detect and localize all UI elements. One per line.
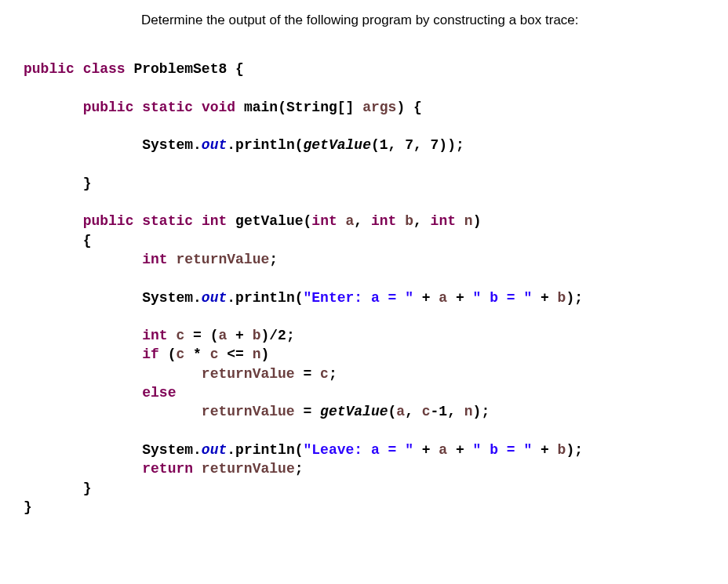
out: out <box>202 442 227 458</box>
param-n: n <box>464 213 473 229</box>
system: System <box>142 442 193 458</box>
out: out <box>202 137 227 153</box>
getvalue-call: getValue <box>304 137 371 153</box>
paren: ( <box>159 346 177 362</box>
kw-return: return <box>142 461 193 477</box>
kw-public: public <box>83 213 134 229</box>
plus: + <box>413 290 439 306</box>
var-b: b <box>558 442 566 458</box>
brace: { <box>235 61 244 77</box>
println: println <box>235 290 295 306</box>
getvalue-call: getValue <box>320 404 388 419</box>
instruction-text: Determine the output of the following pr… <box>0 0 728 28</box>
paren-semi: ); <box>566 442 583 458</box>
var-n: n <box>253 346 261 362</box>
var-returnvalue: returnValue <box>176 252 269 267</box>
semi: ; <box>295 461 304 477</box>
param-args: args <box>362 100 396 115</box>
dot: . <box>193 442 202 458</box>
var-b: b <box>558 290 566 306</box>
println: println <box>235 442 295 458</box>
var-c: c <box>176 328 184 343</box>
dot: . <box>193 290 202 306</box>
paren: ) <box>473 213 482 229</box>
paren: ) <box>261 346 270 362</box>
kw-if: if <box>142 346 159 362</box>
paren: ( <box>295 290 304 306</box>
kw-int: int <box>142 252 167 267</box>
kw-void: void <box>202 100 235 115</box>
paren: ( <box>388 404 397 419</box>
param-a: a <box>346 213 355 229</box>
paren: ( <box>304 213 312 229</box>
str-b-eq: " b = " <box>473 290 533 306</box>
var-n: n <box>464 404 473 419</box>
kw-int: int <box>202 213 227 229</box>
minus1: -1, <box>431 404 464 419</box>
kw-int: int <box>371 213 396 229</box>
str-leave: "Leave: a = " <box>304 442 413 458</box>
paren-semi: ); <box>566 290 583 306</box>
var-c: c <box>176 346 184 362</box>
comma: , <box>405 404 422 419</box>
var-a: a <box>439 290 447 306</box>
kw-static: static <box>142 213 193 229</box>
comma: , <box>413 213 431 229</box>
var-c: c <box>422 404 431 419</box>
kw-static: static <box>142 100 193 115</box>
call-args: (1, 7, 7)); <box>371 137 464 153</box>
dot: . <box>227 137 235 153</box>
paren-semi: ); <box>473 404 490 419</box>
kw-int: int <box>431 213 456 229</box>
plus: + <box>532 442 557 458</box>
plus: + <box>227 328 252 343</box>
paren-brace: ) { <box>396 100 421 115</box>
brace: { <box>83 233 92 248</box>
kw-class: class <box>83 61 126 77</box>
var-a: a <box>396 404 405 419</box>
mult: * <box>184 346 209 362</box>
paren: ( <box>278 100 286 115</box>
plus: + <box>413 442 439 458</box>
var-returnvalue: returnValue <box>202 366 295 382</box>
var-c: c <box>320 366 329 382</box>
kw-else: else <box>142 385 176 401</box>
plus: + <box>532 290 557 306</box>
method-getvalue: getValue <box>235 213 303 229</box>
var-b: b <box>253 328 261 343</box>
system: System <box>142 290 193 306</box>
str-b-eq: " b = " <box>473 442 533 458</box>
paren: ( <box>295 137 304 153</box>
system: System <box>142 137 193 153</box>
semi: ; <box>269 252 278 267</box>
var-a: a <box>218 328 227 343</box>
kw-int: int <box>311 213 337 229</box>
kw-public: public <box>83 100 134 115</box>
brace: } <box>24 499 32 515</box>
expr: = ( <box>184 328 218 343</box>
brace: } <box>83 176 92 191</box>
method-main: main <box>244 100 278 115</box>
dot: . <box>227 442 235 458</box>
out: out <box>202 290 227 306</box>
eq: = <box>295 366 320 382</box>
le: <= <box>218 346 252 362</box>
type-string-arr: String[] <box>286 100 354 115</box>
class-name: ProblemSet8 <box>133 61 227 77</box>
eq: = <box>295 404 320 419</box>
expr-end: )/2; <box>261 328 295 343</box>
plus: + <box>447 442 472 458</box>
semi: ; <box>329 366 337 382</box>
brace: } <box>83 481 92 496</box>
kw-public: public <box>24 61 75 77</box>
str-enter: "Enter: a = " <box>304 290 413 306</box>
var-c: c <box>210 346 219 362</box>
comma: , <box>354 213 371 229</box>
kw-int: int <box>142 328 167 343</box>
paren: ( <box>295 442 304 458</box>
var-returnvalue: returnValue <box>202 404 295 419</box>
println: println <box>235 137 295 153</box>
var-returnvalue: returnValue <box>202 461 295 477</box>
dot: . <box>227 290 235 306</box>
plus: + <box>447 290 472 306</box>
